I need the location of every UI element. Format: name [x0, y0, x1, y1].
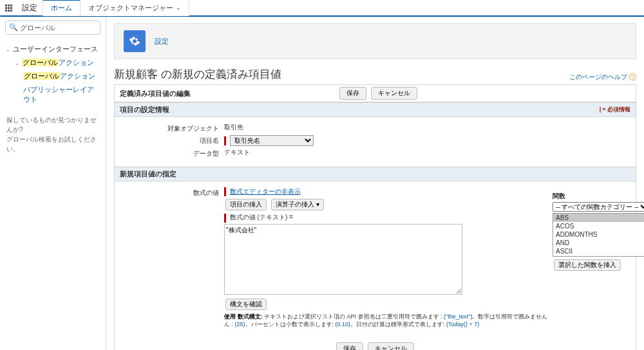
- tab-label: オブジェクトマネージャー: [88, 3, 173, 13]
- function-item[interactable]: ADDMONTHS: [553, 230, 644, 239]
- function-list[interactable]: ABS ACOS ADDMONTHS AND ASCII ASIN: [553, 213, 644, 257]
- functions-label: 関数: [553, 192, 565, 199]
- quickfind-help2: グローバル検索をお試しください。: [6, 134, 99, 154]
- tips-text: 。日付の計算は標準形式で表します:: [350, 321, 446, 327]
- sidebar-item-label: パブリッシャーレイアウト: [23, 86, 94, 103]
- insert-selected-function-button[interactable]: 選択した関数を挿入: [554, 259, 621, 271]
- tips-example: (25): [235, 321, 245, 327]
- sidebar-item-ui[interactable]: ⌄ユーザーインターフェース: [5, 42, 100, 56]
- page-help-link[interactable]: このページのヘルプ?: [569, 73, 636, 82]
- label-datatype: データ型: [121, 148, 224, 158]
- sidebar-item-label: ユーザーインターフェース: [13, 45, 98, 53]
- page-title: 新規顧客 の新規の定義済み項目値: [114, 67, 281, 82]
- chevron-down-icon: ⌄: [14, 60, 19, 66]
- tips-example: ("the_text"): [444, 313, 472, 320]
- hide-formula-editor-link[interactable]: 数式エディターの非表示: [230, 188, 301, 195]
- formula-textarea[interactable]: "株式会社": [224, 224, 462, 295]
- function-item[interactable]: ACOS: [553, 222, 644, 230]
- dropdown-caret-icon: ▾: [316, 201, 319, 208]
- app-launcher-icon[interactable]: [0, 5, 17, 12]
- section-newval-title: 新規項目値の指定: [120, 169, 176, 179]
- value-target-object: 取引先: [224, 123, 243, 132]
- setup-brand: 設定: [17, 3, 43, 14]
- insert-field-button[interactable]: 項目の挿入: [225, 199, 267, 210]
- tab-object-manager[interactable]: オブジェクトマネージャー ⌄: [80, 0, 189, 16]
- cancel-button-bottom[interactable]: キャンセル: [368, 342, 414, 350]
- tips-example: (Today() + 7): [446, 321, 479, 327]
- section-edit-title: 定義済み項目値の編集: [120, 89, 191, 98]
- required-note: = 必須情報: [602, 106, 630, 113]
- label-target-object: 対象オブジェクト: [121, 123, 224, 133]
- chevron-down-icon: ⌄: [176, 5, 181, 11]
- save-button-top[interactable]: 保存: [339, 87, 366, 100]
- banner: 設定: [114, 23, 636, 59]
- function-item[interactable]: ASCII: [553, 247, 644, 255]
- help-icon: ?: [629, 73, 636, 80]
- tab-label: ホーム: [51, 3, 72, 13]
- sidebar-item-hl: グローバル: [22, 59, 59, 66]
- tab-home[interactable]: ホーム: [43, 0, 80, 16]
- value-datatype: テキスト: [224, 148, 250, 157]
- button-label: 演算子の挿入: [276, 201, 314, 208]
- tips-text: ん :: [224, 321, 235, 327]
- tips-text: 。パーセントは小数で表示します:: [245, 321, 336, 327]
- function-item[interactable]: AND: [553, 239, 644, 247]
- insert-operator-button[interactable]: 演算子の挿入 ▾: [271, 199, 324, 210]
- search-icon: 🔍: [9, 23, 18, 32]
- tips-example: (0.10): [336, 321, 351, 327]
- label-fieldname: 項目名: [121, 135, 224, 145]
- sidebar-item-label: アクション: [59, 59, 94, 66]
- check-syntax-button[interactable]: 構文を確認: [225, 299, 267, 310]
- sidebar-item-hl: グローバル: [23, 72, 60, 80]
- function-item[interactable]: ASIN: [553, 255, 644, 257]
- sidebar-item-global-actions[interactable]: ⌄グローバルアクション: [5, 56, 100, 69]
- tips-text: テキストおよび選択リスト項の API 参照名は二重引用符で囲みます :: [263, 313, 444, 320]
- label-formula: 数式の値: [121, 187, 224, 198]
- cancel-button-top[interactable]: キャンセル: [371, 87, 417, 100]
- fieldname-select[interactable]: 取引先名: [230, 135, 314, 146]
- gear-icon: [124, 30, 146, 52]
- function-category-select[interactable]: -- すべての関数カテゴリー --: [553, 202, 644, 212]
- save-button-bottom[interactable]: 保存: [336, 342, 363, 350]
- function-item[interactable]: ABS: [553, 214, 644, 222]
- sidebar-item-global-actions-sub[interactable]: グローバルアクション: [5, 69, 100, 83]
- quick-find-input[interactable]: [5, 21, 100, 35]
- formula-text-label: 数式の値 (テキスト) =: [230, 214, 293, 221]
- quickfind-help1: 探しているものが見つかりませんか?: [6, 115, 99, 134]
- chevron-down-icon: ⌄: [5, 47, 10, 53]
- tips-text: 。数字は引用符で囲みません: [472, 313, 547, 320]
- section-info-title: 項目の設定情報: [120, 105, 169, 115]
- tips-bold: 使用 数式構文:: [224, 313, 263, 320]
- help-link-text: このページのヘルプ: [569, 73, 627, 80]
- banner-setup-link[interactable]: 設定: [155, 37, 169, 46]
- sidebar-item-label: アクション: [60, 72, 95, 80]
- sidebar-item-publisher-layouts[interactable]: パブリッシャーレイアウト: [5, 83, 100, 106]
